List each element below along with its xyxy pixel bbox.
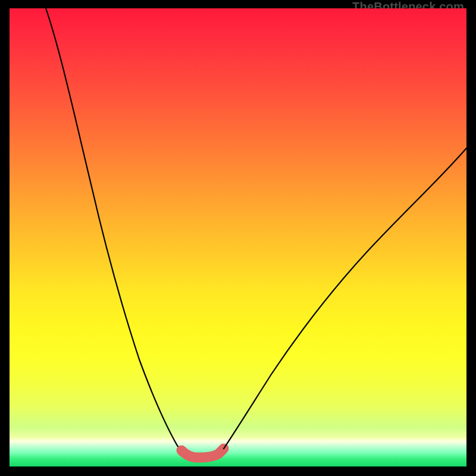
right-curve <box>224 148 466 449</box>
bottleneck-curve-chart <box>10 8 466 466</box>
plot-area <box>10 8 466 466</box>
left-curve <box>46 8 181 450</box>
optimal-band-start-dot <box>177 446 186 455</box>
chart-frame: TheBottleneck.com <box>10 0 466 466</box>
optimal-band <box>181 449 224 458</box>
